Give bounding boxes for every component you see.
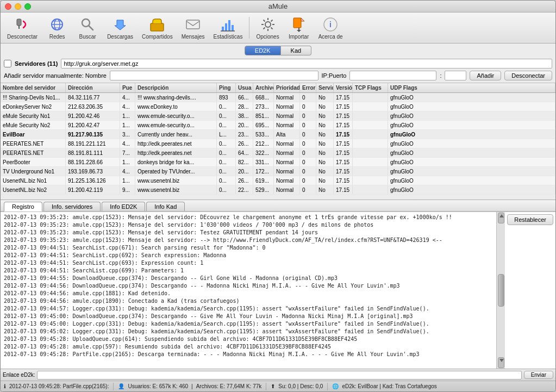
table-cell: 1... bbox=[120, 158, 135, 166]
restore-button[interactable]: Restablecer bbox=[507, 214, 553, 225]
bottom-bar: Enlace eD2k: Enviar bbox=[1, 369, 555, 381]
toolbar-descargas[interactable]: Descargas bbox=[104, 15, 136, 41]
svg-point-16 bbox=[265, 22, 271, 27]
th-desc: Descripción bbox=[135, 83, 217, 92]
table-cell: 26... bbox=[236, 176, 253, 185]
table-cell bbox=[353, 167, 388, 176]
toolbar-mensajes[interactable]: Mensajes bbox=[178, 15, 208, 41]
log-scrollbar[interactable] bbox=[496, 212, 505, 369]
toolbar-importar[interactable]: Importar bbox=[285, 15, 313, 41]
table-cell: 17.15 bbox=[334, 158, 353, 166]
table-cell: gfnuGloO bbox=[388, 93, 555, 102]
table-cell: Normal bbox=[274, 148, 300, 157]
table-row[interactable]: TV Underground No1193.169.86.734...Opera… bbox=[1, 167, 555, 176]
estadisticas-label: Estadísticas bbox=[213, 34, 242, 40]
table-cell: 82... bbox=[236, 158, 253, 166]
acercade-icon: i bbox=[322, 16, 339, 33]
scroll-up-arrow[interactable] bbox=[498, 213, 504, 223]
table-cell: gfnuGloO bbox=[388, 167, 555, 176]
tab-info-servidores[interactable]: Info. servidores bbox=[43, 202, 101, 211]
table-cell: 851... bbox=[253, 111, 274, 120]
table-cell: No bbox=[316, 130, 334, 139]
table-row[interactable]: eMule Security No291.200.42.471...www.em… bbox=[1, 121, 555, 130]
manual-ip-input[interactable] bbox=[349, 71, 436, 80]
redes-label: Redes bbox=[49, 34, 65, 40]
log-line: 2012-07-13 09:44:51: SearchList.cpp(671)… bbox=[4, 244, 493, 252]
th-udp: UDP Flags bbox=[388, 83, 555, 92]
table-cell: No bbox=[316, 93, 334, 102]
svg-line-24 bbox=[263, 28, 265, 29]
table-row[interactable]: !!! Sharing-Devils No1...84.32.116.774..… bbox=[1, 93, 555, 102]
table-cell: 4... bbox=[120, 139, 135, 148]
table-row[interactable]: eMule Security No191.200.42.461...www.em… bbox=[1, 111, 555, 121]
table-cell: Normal bbox=[274, 93, 300, 102]
log-line: 2012-07-13 09:35:23: amule.cpp(1523): Me… bbox=[4, 229, 493, 237]
table-cell: 893 bbox=[217, 93, 236, 102]
tab-registro[interactable]: Registro bbox=[4, 202, 42, 211]
toolbar-desconectar[interactable]: Desconectar bbox=[4, 15, 41, 41]
scroll-thumb[interactable] bbox=[498, 274, 504, 307]
table-cell: 0 bbox=[300, 176, 316, 185]
table-cell bbox=[353, 139, 388, 148]
toolbar-compartidos[interactable]: Compartidos bbox=[139, 15, 176, 41]
table-row[interactable]: PeerBooter88.191.228.661...donkeys bridg… bbox=[1, 158, 555, 167]
scroll-down-arrow[interactable] bbox=[498, 357, 504, 368]
table-cell: 38... bbox=[236, 111, 253, 120]
tab-info-kad[interactable]: Info Kad bbox=[146, 202, 185, 211]
toolbar-opciones[interactable]: Opciones bbox=[253, 15, 282, 41]
toolbar-buscar[interactable]: Buscar bbox=[73, 15, 102, 41]
close-button[interactable] bbox=[5, 3, 11, 10]
server-url-row: Servidores (11) bbox=[4, 59, 552, 69]
table-cell: 0... bbox=[217, 111, 236, 120]
ed2k-link-input[interactable] bbox=[37, 371, 521, 379]
table-cell: gfnuGloO bbox=[388, 148, 555, 157]
table-cell: UsenetNL.biz No2 bbox=[1, 185, 66, 194]
tab-kad[interactable]: Kad bbox=[281, 46, 312, 55]
table-cell: PEERATES.NET bbox=[1, 139, 66, 148]
table-row[interactable]: UsenetNL.biz No291.200.42.1199...www.use… bbox=[1, 185, 555, 195]
table-row[interactable]: PEERATES.NET88.191.81.1117...http://edk.… bbox=[1, 148, 555, 158]
table-cell: 619... bbox=[253, 176, 274, 185]
table-cell: 17.15 bbox=[334, 102, 353, 111]
tab-info-ed2k[interactable]: Info ED2K bbox=[102, 202, 145, 211]
status-users: Usuarios: E: 657k K: 460 bbox=[128, 383, 188, 389]
minimize-button[interactable] bbox=[15, 3, 21, 10]
log-line: 2012-07-13 09:45:28: PartFile.cpp(2165):… bbox=[4, 351, 493, 358]
server-url-input[interactable] bbox=[61, 59, 552, 69]
table-cell: No bbox=[316, 139, 334, 148]
toolbar-redes[interactable]: Redes bbox=[43, 15, 71, 41]
maximize-button[interactable] bbox=[24, 3, 31, 10]
table-cell: 20... bbox=[236, 167, 253, 176]
svg-rect-14 bbox=[232, 25, 234, 31]
add-server-button[interactable]: Añadir bbox=[470, 71, 501, 80]
log-side-buttons: Restablecer bbox=[505, 212, 555, 369]
toolbar-acercade[interactable]: i Acerca de bbox=[315, 15, 346, 41]
table-row[interactable]: PEERATES.NET88.191.221.1214...http://edk… bbox=[1, 139, 555, 148]
table-cell: 0 bbox=[300, 139, 316, 148]
manual-name-input[interactable] bbox=[110, 71, 318, 80]
table-cell: gfnuGloO bbox=[388, 121, 555, 129]
disconnect-server-button[interactable]: Desconectar bbox=[504, 71, 552, 80]
mensajes-label: Mensajes bbox=[182, 34, 205, 40]
buscar-icon bbox=[79, 16, 96, 33]
table-row[interactable]: EvilBoar91.217.90.1353...Currently under… bbox=[1, 130, 555, 139]
toolbar-estadisticas[interactable]: Estadísticas bbox=[210, 15, 246, 41]
table-row[interactable]: eDonkeyServer No2212.63.206.354...www.eD… bbox=[1, 102, 555, 111]
tab-ed2k[interactable]: ED2K bbox=[245, 46, 281, 55]
ip-port-label: IP:Puerto bbox=[322, 72, 347, 79]
window-controls[interactable] bbox=[5, 3, 31, 10]
table-row[interactable]: UsenetNL.biz No191.225.136.1261...www.us… bbox=[1, 176, 555, 185]
ed2k-link-label: Enlace eD2k: bbox=[3, 372, 35, 378]
table-cell: 17.15 bbox=[334, 176, 353, 185]
table-cell: No bbox=[316, 102, 334, 111]
send-button[interactable]: Enviar bbox=[524, 371, 553, 379]
table-cell: 695... bbox=[253, 121, 274, 129]
status-transfer-icon: ⬆ bbox=[271, 383, 275, 389]
estadisticas-icon bbox=[219, 16, 236, 33]
server-checkbox[interactable] bbox=[4, 60, 11, 67]
table-cell: 331... bbox=[253, 158, 274, 166]
table-header: Nombre del servidor Dirección Pue Descri… bbox=[1, 83, 555, 93]
manual-port-input[interactable] bbox=[445, 71, 466, 80]
svg-rect-9 bbox=[151, 23, 164, 31]
table-cell: PEERATES.NET bbox=[1, 148, 66, 157]
